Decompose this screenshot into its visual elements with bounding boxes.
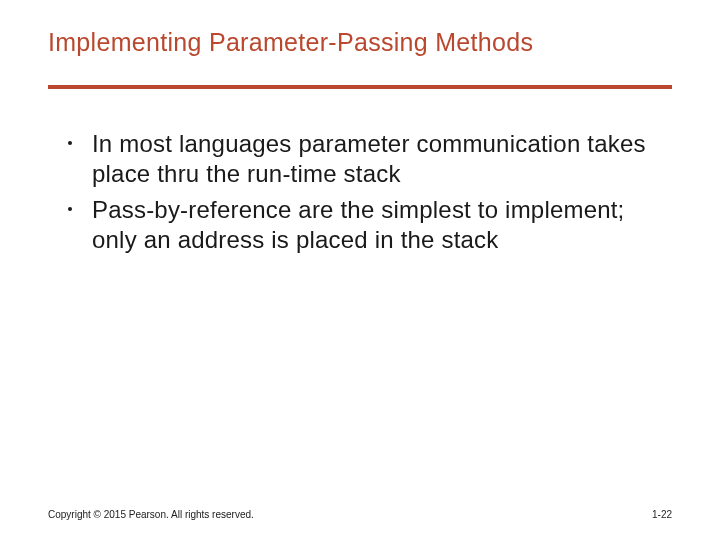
bullet-marker-icon bbox=[68, 207, 72, 211]
copyright-text: Copyright © 2015 Pearson. All rights res… bbox=[48, 509, 254, 520]
content-area: In most languages parameter communicatio… bbox=[48, 129, 672, 255]
bullet-item: Pass-by-reference are the simplest to im… bbox=[64, 195, 664, 255]
bullet-marker-icon bbox=[68, 141, 72, 145]
bullet-text: In most languages parameter communicatio… bbox=[92, 130, 646, 187]
slide-title: Implementing Parameter-Passing Methods bbox=[48, 28, 672, 57]
page-number: 1-22 bbox=[652, 509, 672, 520]
bullet-item: In most languages parameter communicatio… bbox=[64, 129, 664, 189]
bullet-list: In most languages parameter communicatio… bbox=[64, 129, 664, 255]
footer: Copyright © 2015 Pearson. All rights res… bbox=[48, 509, 672, 520]
slide-container: Implementing Parameter-Passing Methods I… bbox=[0, 0, 720, 540]
title-divider bbox=[48, 85, 672, 89]
bullet-text: Pass-by-reference are the simplest to im… bbox=[92, 196, 624, 253]
